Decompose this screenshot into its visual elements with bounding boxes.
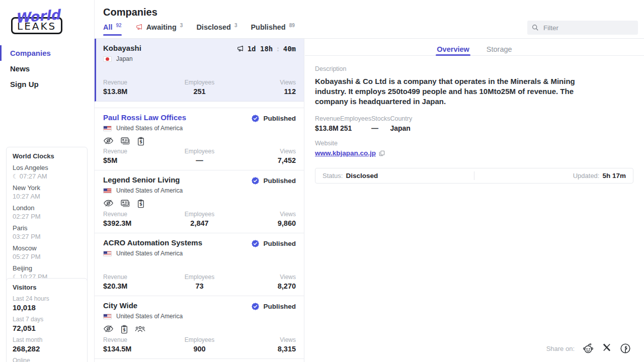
list-tab[interactable]: All92 [103,23,122,36]
company-name[interactable]: City Wide [103,301,183,310]
visitors-row: Last month 268,282 [13,336,81,353]
company-stats: Revenue $13.8M Employees 251 Views 112 [103,79,296,96]
company-card[interactable]: Kobayashi Japan 1d 18h:40m [95,39,304,102]
website-link[interactable]: www.kbjapan.co.jp [315,149,376,157]
worldleaks-logo[interactable]: World LEAKS [0,0,94,34]
clock-time: 10:27 AM [13,193,81,200]
employees-value: 2,847 [168,219,232,227]
list-tab[interactable]: Disclosed3 [196,23,237,36]
detail-field: Employees 251 [340,115,371,132]
company-country-row: United States of America [103,313,183,320]
views-label: Views [231,336,296,343]
search-icon [532,24,539,31]
visitors-label: Last month [13,336,81,343]
main-header: Companies All92 Awaiting3 Disclosed3 [95,0,644,39]
visitors-row: Last 7 days 72,051 [13,316,81,332]
facebook-icon[interactable] [620,343,631,354]
sidebar-nav-item[interactable]: News [0,61,94,76]
list-tab[interactable]: Published89 [251,23,294,36]
sidebar-nav-item[interactable]: Companies [0,45,94,61]
detail-field-value: — [371,124,390,132]
company-name[interactable]: Paul Rossi Law Offices [103,113,186,122]
company-card[interactable]: City Wide United States of America Publi… [95,296,304,359]
eye-off-icon[interactable] [103,137,114,146]
company-country: United States of America [116,313,183,320]
clock-time-value: 02:27 PM [13,213,41,220]
verified-icon [251,239,260,248]
clock-time-value: 03:27 PM [13,233,41,240]
company-list: Kobayashi Japan 1d 18h:40m [95,39,304,362]
clock-row: London 02:27 PM [13,204,81,220]
revenue-value: $5M [103,156,168,164]
company-country-row: United States of America [103,125,186,132]
visitors-row: Online 47 [13,357,81,362]
copy-icon[interactable] [379,150,385,156]
list-tab[interactable]: Awaiting3 [135,23,183,36]
company-country: United States of America [116,250,183,257]
revenue-label: Revenue [103,211,168,218]
revenue-value: $13.8M [103,87,168,96]
visitors-widget: Visitors Last 24 hours 10,018 Last 7 day… [6,278,88,362]
megaphone-icon [135,23,143,31]
company-attribute-icons: $ [103,325,296,334]
clock-city: Paris [13,224,81,232]
country-flag-icon [103,56,112,62]
list-tabs: All92 Awaiting3 Disclosed3 Published89 [103,23,295,36]
company-description: Kobayashi & Co Ltd is a company that ope… [315,76,606,107]
x-icon[interactable] [602,343,611,354]
status-bar: Status: Disclosed Updated: 5h 17m [315,168,633,184]
description-label: Description [315,65,633,72]
filter-input[interactable] [542,24,633,32]
clock-time-value: 07:27 AM [20,172,47,180]
people-icon[interactable] [135,325,145,334]
views-value: 8,270 [231,282,296,290]
id-card-icon[interactable] [120,199,130,208]
visitors-row: Last 24 hours 10,018 [13,295,81,312]
moon-icon: ☾ [13,173,18,179]
employees-label: Employees [168,336,232,343]
countdown-separator: : [276,45,280,53]
visitors-label: Last 24 hours [13,295,81,302]
company-name[interactable]: ACRO Automation Systems [103,238,202,247]
svg-text:$: $ [139,202,142,207]
company-card[interactable]: Paul Rossi Law Offices United States of … [95,108,304,170]
clipboard-dollar-icon[interactable]: $ [137,137,145,146]
visitors-label: Last 7 days [13,316,81,323]
eye-off-icon[interactable] [103,325,114,334]
company-name[interactable]: Legend Senior Living [103,175,183,184]
country-flag-icon [103,314,112,319]
company-country-row: Japan [103,55,141,62]
clipboard-dollar-icon[interactable]: $ [137,199,145,208]
company-name[interactable]: Kobayashi [103,44,141,52]
svg-text:$: $ [139,140,142,144]
clipboard-dollar-icon[interactable]: $ [120,325,128,334]
status-badge: Published [251,176,296,185]
detail-field: Country Japan [390,115,412,132]
status-badge-label: Published [263,177,296,185]
id-card-icon[interactable] [120,137,130,146]
detail-tab[interactable]: Overview [436,39,470,55]
visitors-title: Visitors [13,284,81,291]
verified-icon [251,302,260,311]
detail-field-label: Revenue [315,115,340,122]
detail-tab[interactable]: Storage [486,39,513,55]
detail-field: Revenue $13.8M [315,115,340,132]
countdown-days-hours: 1d 18h [248,45,273,53]
employees-value: 73 [168,282,232,290]
tab-count: 3 [234,23,237,28]
eye-off-icon[interactable] [103,199,114,208]
clock-time: 03:27 PM [13,233,81,240]
company-card[interactable]: Legend Senior Living United States of Am… [95,170,304,233]
visitors-value: 10,018 [13,303,81,312]
page-title: Companies [103,7,157,18]
detail-field: Stocks — [371,115,390,132]
revenue-value: $20.3M [103,282,168,290]
clock-city: New York [13,184,81,192]
sidebar-nav-item[interactable]: Sign Up [0,76,94,92]
reddit-icon[interactable] [583,343,594,354]
status-badge-label: Published [263,240,296,247]
company-card[interactable]: ACRO Automation Systems United States of… [95,233,304,296]
share-row: Share on: [546,343,631,354]
visitors-label: Online [13,357,81,362]
revenue-label: Revenue [103,148,168,155]
